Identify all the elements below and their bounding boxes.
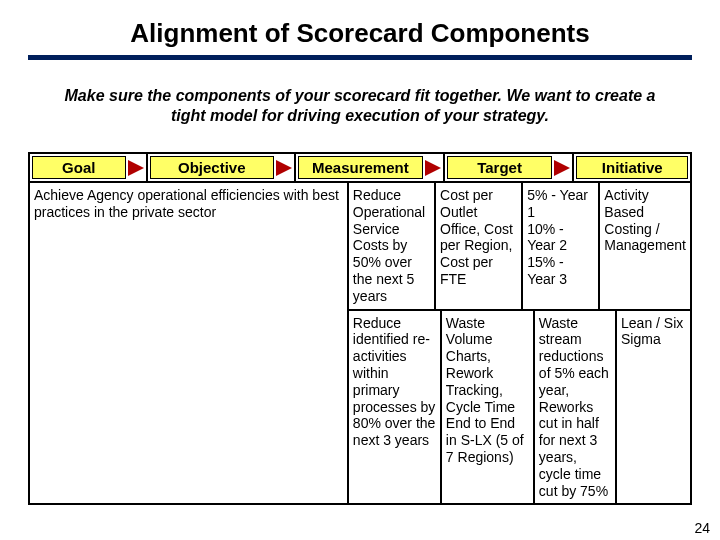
slide-title: Alignment of Scorecard Components (28, 18, 692, 49)
header-cell-measurement: Measurement (295, 153, 444, 182)
measurement-cell: Cost per Outlet Office, Cost per Region,… (435, 182, 522, 310)
goal-cell: Achieve Agency operational efficiencies … (29, 182, 348, 504)
target-cell: 5% - Year 1 10% - Year 2 15% - Year 3 (522, 182, 599, 310)
scorecard-table: Goal Objective Measurement Target Initia… (28, 152, 692, 505)
table-body: Achieve Agency operational efficiencies … (29, 182, 691, 504)
slide-subtitle: Make sure the components of your scoreca… (60, 86, 660, 126)
header-label-target: Target (447, 156, 553, 179)
table-header-row: Goal Objective Measurement Target Initia… (29, 153, 691, 182)
arrow-icon (128, 160, 144, 176)
objective-cell: Reduce Operational Service Costs by 50% … (348, 182, 435, 310)
page-number: 24 (694, 520, 710, 536)
header-cell-initiative: Initiative (573, 153, 691, 182)
header-cell-target: Target (444, 153, 574, 182)
header-cell-goal: Goal (29, 153, 147, 182)
arrow-icon (425, 160, 441, 176)
initiative-cell: Activity Based Costing / Management (599, 182, 691, 310)
title-underline (28, 55, 692, 60)
header-label-goal: Goal (32, 156, 126, 179)
header-label-objective: Objective (150, 156, 275, 179)
header-cell-objective: Objective (147, 153, 296, 182)
initiative-cell: Lean / Six Sigma (616, 310, 691, 505)
target-cell: Waste stream reductions of 5% each year,… (534, 310, 616, 505)
table-row: Reduce Operational Service Costs by 50% … (348, 182, 691, 310)
header-label-initiative: Initiative (576, 156, 688, 179)
arrow-icon (554, 160, 570, 176)
objective-cell: Reduce identified re-activities within p… (348, 310, 441, 505)
measurement-cell: Waste Volume Charts, Rework Tracking, Cy… (441, 310, 534, 505)
table-row: Reduce identified re-activities within p… (348, 310, 691, 505)
arrow-icon (276, 160, 292, 176)
header-label-measurement: Measurement (298, 156, 423, 179)
